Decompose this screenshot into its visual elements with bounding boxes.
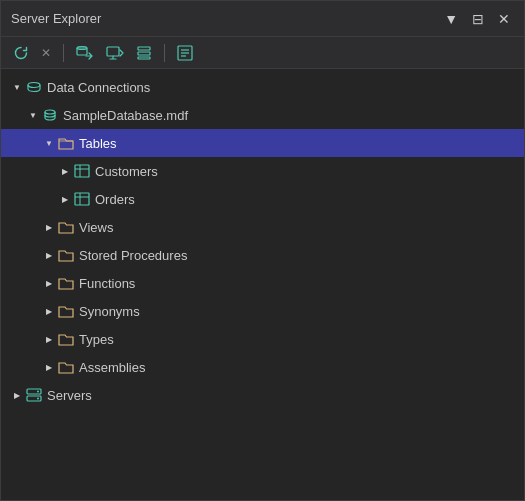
refresh-button[interactable] [9, 43, 33, 63]
assemblies-label: Assemblies [79, 360, 145, 375]
customers-table-icon [73, 162, 91, 180]
connection-icon [25, 78, 43, 96]
chevron-views [41, 219, 57, 235]
views-label: Views [79, 220, 113, 235]
assemblies-folder-icon [57, 358, 75, 376]
chevron-servers [9, 387, 25, 403]
tree-item-views[interactable]: Views [1, 213, 524, 241]
functions-label: Functions [79, 276, 135, 291]
chevron-types [41, 331, 57, 347]
title-bar-controls: ▼ ⊟ ✕ [440, 9, 514, 29]
filter-button[interactable] [132, 43, 156, 63]
window-title: Server Explorer [11, 11, 101, 26]
svg-rect-3 [138, 47, 150, 50]
dropdown-arrow-button[interactable]: ▼ [440, 9, 462, 29]
stop-button[interactable]: ✕ [37, 44, 55, 62]
close-button[interactable]: ✕ [494, 9, 514, 29]
stored-procedures-folder-icon [57, 246, 75, 264]
chevron-stored-procedures [41, 247, 57, 263]
functions-folder-icon [57, 274, 75, 292]
tree-item-assemblies[interactable]: Assemblies [1, 353, 524, 381]
sample-database-label: SampleDatabase.mdf [63, 108, 188, 123]
tables-folder-icon [57, 134, 75, 152]
tree-item-functions[interactable]: Functions [1, 269, 524, 297]
server-explorer-window: Server Explorer ▼ ⊟ ✕ ✕ [0, 0, 525, 501]
tree-item-customers[interactable]: Customers [1, 157, 524, 185]
chevron-assemblies [41, 359, 57, 375]
tree-item-servers[interactable]: Servers [1, 381, 524, 409]
svg-rect-15 [75, 193, 89, 205]
title-bar: Server Explorer ▼ ⊟ ✕ [1, 1, 524, 37]
properties-button[interactable] [173, 43, 197, 63]
svg-point-21 [37, 398, 39, 400]
tree-item-sample-database[interactable]: SampleDatabase.mdf [1, 101, 524, 129]
stored-procedures-label: Stored Procedures [79, 248, 187, 263]
synonyms-label: Synonyms [79, 304, 140, 319]
types-label: Types [79, 332, 114, 347]
tree-container: Data Connections SampleDatabase.mdf [1, 69, 524, 500]
types-folder-icon [57, 330, 75, 348]
db-icon [41, 106, 59, 124]
chevron-data-connections [9, 79, 25, 95]
toolbar-separator-1 [63, 44, 64, 62]
svg-point-10 [28, 83, 40, 88]
servers-label: Servers [47, 388, 92, 403]
orders-table-icon [73, 190, 91, 208]
tree-item-orders[interactable]: Orders [1, 185, 524, 213]
chevron-customers [57, 163, 73, 179]
tree-item-types[interactable]: Types [1, 325, 524, 353]
toolbar-separator-2 [164, 44, 165, 62]
chevron-orders [57, 191, 73, 207]
customers-label: Customers [95, 164, 158, 179]
views-folder-icon [57, 218, 75, 236]
toolbar: ✕ [1, 37, 524, 69]
svg-point-20 [37, 391, 39, 393]
chevron-functions [41, 275, 57, 291]
svg-rect-12 [75, 165, 89, 177]
orders-label: Orders [95, 192, 135, 207]
chevron-sample-database [25, 107, 41, 123]
tables-label: Tables [79, 136, 117, 151]
connect-server-button[interactable] [102, 43, 128, 63]
connect-db-button[interactable] [72, 43, 98, 63]
tree-item-stored-procedures[interactable]: Stored Procedures [1, 241, 524, 269]
svg-rect-2 [107, 47, 119, 56]
title-bar-left: Server Explorer [11, 11, 101, 26]
data-connections-label: Data Connections [47, 80, 150, 95]
synonyms-folder-icon [57, 302, 75, 320]
chevron-tables [41, 135, 57, 151]
tree-item-data-connections[interactable]: Data Connections [1, 73, 524, 101]
tree-item-synonyms[interactable]: Synonyms [1, 297, 524, 325]
svg-rect-4 [138, 52, 150, 55]
svg-rect-5 [138, 57, 150, 59]
servers-icon [25, 386, 43, 404]
svg-point-11 [45, 110, 55, 114]
float-button[interactable]: ⊟ [468, 9, 488, 29]
chevron-synonyms [41, 303, 57, 319]
tree-item-tables[interactable]: Tables [1, 129, 524, 157]
